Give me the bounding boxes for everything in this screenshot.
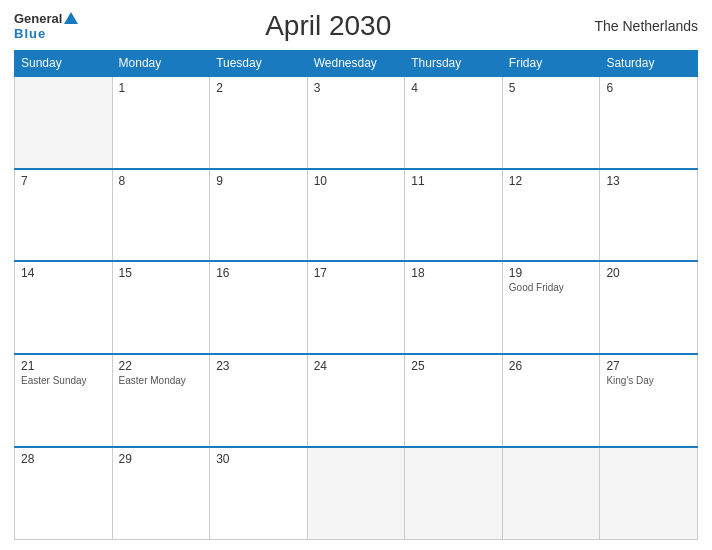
logo-triangle-icon [64,12,78,24]
day-cell: 14 [15,261,113,354]
day-number: 28 [21,452,106,466]
week-row-2: 78910111213 [15,169,698,262]
day-cell: 6 [600,76,698,169]
col-friday: Friday [502,51,600,77]
day-cell: 27King's Day [600,354,698,447]
day-cell: 2 [210,76,308,169]
day-cell: 19Good Friday [502,261,600,354]
day-cell: 26 [502,354,600,447]
day-number: 25 [411,359,496,373]
day-cell [600,447,698,540]
week-row-1: 123456 [15,76,698,169]
day-cell: 24 [307,354,405,447]
day-cell: 30 [210,447,308,540]
day-number: 13 [606,174,691,188]
day-cell: 29 [112,447,210,540]
day-cell: 10 [307,169,405,262]
day-number: 19 [509,266,594,280]
day-number: 16 [216,266,301,280]
week-row-4: 21Easter Sunday22Easter Monday2324252627… [15,354,698,447]
day-cell [502,447,600,540]
logo-general-text: General [14,12,62,25]
day-number: 8 [119,174,204,188]
day-number: 27 [606,359,691,373]
day-number: 23 [216,359,301,373]
day-cell: 21Easter Sunday [15,354,113,447]
day-cell: 13 [600,169,698,262]
day-number: 30 [216,452,301,466]
day-number: 2 [216,81,301,95]
day-number: 15 [119,266,204,280]
week-row-3: 141516171819Good Friday20 [15,261,698,354]
day-cell: 25 [405,354,503,447]
day-cell: 3 [307,76,405,169]
day-cell: 11 [405,169,503,262]
day-cell: 23 [210,354,308,447]
day-cell: 17 [307,261,405,354]
calendar-page: General Blue April 2030 The Netherlands … [0,0,712,550]
day-event: Good Friday [509,282,594,293]
col-sunday: Sunday [15,51,113,77]
day-cell: 22Easter Monday [112,354,210,447]
day-cell: 9 [210,169,308,262]
day-cell: 1 [112,76,210,169]
day-event: Easter Sunday [21,375,106,386]
day-number: 7 [21,174,106,188]
day-number: 1 [119,81,204,95]
day-cell: 5 [502,76,600,169]
day-number: 18 [411,266,496,280]
day-number: 26 [509,359,594,373]
col-monday: Monday [112,51,210,77]
day-cell: 12 [502,169,600,262]
day-number: 6 [606,81,691,95]
col-wednesday: Wednesday [307,51,405,77]
calendar-table: Sunday Monday Tuesday Wednesday Thursday… [14,50,698,540]
day-cell: 16 [210,261,308,354]
day-cell: 18 [405,261,503,354]
day-number: 11 [411,174,496,188]
day-number: 21 [21,359,106,373]
day-cell: 20 [600,261,698,354]
day-number: 3 [314,81,399,95]
logo: General Blue [14,12,78,41]
header: General Blue April 2030 The Netherlands [14,10,698,42]
logo-blue-text: Blue [14,26,46,41]
day-number: 12 [509,174,594,188]
day-cell: 8 [112,169,210,262]
day-cell: 28 [15,447,113,540]
col-tuesday: Tuesday [210,51,308,77]
day-event: Easter Monday [119,375,204,386]
day-cell [405,447,503,540]
day-number: 24 [314,359,399,373]
day-number: 4 [411,81,496,95]
day-number: 17 [314,266,399,280]
day-number: 22 [119,359,204,373]
day-cell: 7 [15,169,113,262]
day-cell: 4 [405,76,503,169]
day-cell [15,76,113,169]
country-name: The Netherlands [578,18,698,34]
weekday-header-row: Sunday Monday Tuesday Wednesday Thursday… [15,51,698,77]
col-thursday: Thursday [405,51,503,77]
calendar-title: April 2030 [78,10,578,42]
day-number: 20 [606,266,691,280]
day-cell: 15 [112,261,210,354]
day-number: 9 [216,174,301,188]
day-event: King's Day [606,375,691,386]
day-cell [307,447,405,540]
day-number: 29 [119,452,204,466]
day-number: 5 [509,81,594,95]
day-number: 10 [314,174,399,188]
col-saturday: Saturday [600,51,698,77]
day-number: 14 [21,266,106,280]
week-row-5: 282930 [15,447,698,540]
